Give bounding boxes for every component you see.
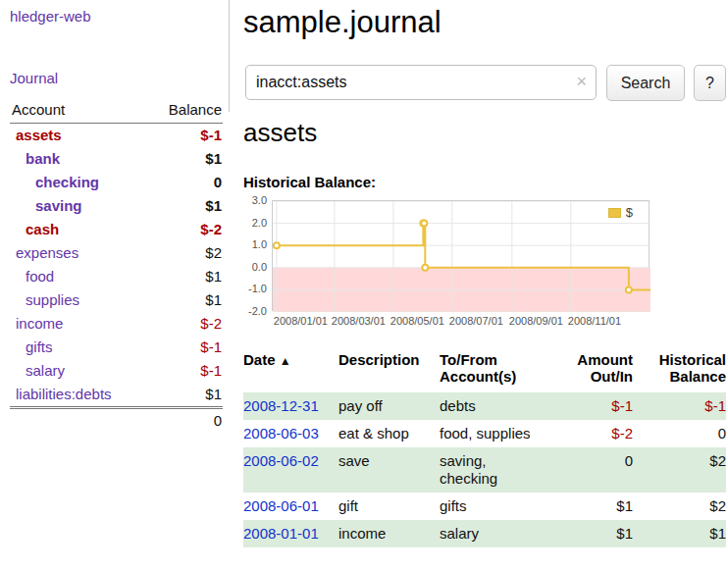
x-axis-tick-label: 2008/07/01: [449, 315, 503, 327]
sidebar-item-journal[interactable]: Journal: [10, 70, 58, 86]
accounts-total-row: 0: [10, 408, 223, 434]
account-row: liabilities:debts$1: [10, 383, 223, 408]
main-content: sample.journal × Search ? assets Histori…: [243, 0, 726, 571]
register-accounts-cell: debts: [440, 392, 555, 420]
app-title-link[interactable]: hledger-web: [10, 8, 91, 25]
account-name-cell: income: [10, 312, 147, 336]
x-axis-tick-label: 2008/05/01: [390, 315, 444, 327]
accounts-total-spacer: [10, 408, 147, 434]
search-button[interactable]: Search: [606, 65, 685, 101]
account-link-income[interactable]: income: [16, 315, 63, 332]
account-balance: $-1: [147, 124, 223, 148]
account-name-cell: checking: [10, 171, 147, 194]
chart-title: Historical Balance:: [243, 174, 376, 190]
register-description-cell: eat & shop: [338, 420, 440, 447]
y-axis-tick-label: 1.0: [241, 238, 267, 250]
register-date-cell: 2008-01-01: [243, 520, 338, 547]
register-date-cell: 2008-12-31: [243, 392, 338, 420]
search-box: ×: [245, 65, 597, 100]
legend-label: $: [626, 205, 633, 220]
transaction-date-link[interactable]: 2008-06-02: [243, 452, 319, 469]
register-amount-cell: $1: [555, 493, 633, 520]
account-row: gifts$-1: [10, 336, 223, 359]
account-row: income$-2: [10, 312, 223, 336]
accounts-table: Account Balance assets$-1bank$1checking0…: [10, 98, 223, 433]
register-description-cell: income: [338, 520, 440, 547]
account-name-cell: assets: [10, 124, 147, 148]
register-description-cell: pay off: [338, 392, 440, 420]
y-axis-tick-label: 0.0: [241, 261, 267, 273]
transaction-date-link[interactable]: 2008-06-01: [243, 497, 319, 514]
transaction-date-link[interactable]: 2008-06-03: [243, 425, 319, 441]
account-name-cell: gifts: [10, 336, 147, 359]
register-accounts-cell: gifts: [440, 493, 555, 520]
search-input[interactable]: [245, 65, 597, 100]
chart-x-axis-labels: 2008/01/012008/03/012008/05/012008/07/01…: [272, 315, 650, 329]
account-balance: $1: [147, 383, 223, 408]
balance-chart: 3.02.01.00.0-1.0-2.0 $ 2008/01/012008/03…: [243, 199, 655, 331]
account-link-bank[interactable]: bank: [26, 150, 60, 167]
register-table: Date ▲ Description To/From Account(s) Am…: [243, 349, 726, 547]
account-balance: $2: [147, 241, 223, 265]
register-amount-cell: $-2: [555, 420, 633, 447]
register-row: 2008-06-03eat & shopfood, supplies$-20: [243, 420, 726, 447]
account-balance: $1: [147, 147, 223, 171]
register-amount-cell: $-1: [555, 392, 633, 420]
account-name-cell: cash: [10, 218, 147, 241]
balance-chart-plot[interactable]: $: [272, 200, 650, 311]
clear-search-icon[interactable]: ×: [576, 72, 587, 91]
x-axis-tick-label: 2008/09/01: [509, 315, 563, 327]
account-link-gifts[interactable]: gifts: [26, 338, 53, 355]
account-link-salary[interactable]: salary: [26, 362, 65, 379]
help-button[interactable]: ?: [694, 65, 726, 101]
account-link-cash[interactable]: cash: [26, 221, 59, 237]
account-link-food[interactable]: food: [26, 268, 54, 285]
register-row: 2008-06-02savesaving, checking0$2: [243, 447, 726, 493]
register-header-balance: Historical Balance: [633, 349, 726, 392]
date-header-label: Date: [243, 351, 276, 368]
account-link-assets[interactable]: assets: [16, 127, 62, 143]
account-balance: 0: [147, 171, 223, 194]
register-balance-cell: 0: [633, 420, 726, 447]
y-axis-tick-label: -1.0: [241, 283, 267, 294]
x-axis-tick-label: 2008/11/01: [568, 315, 621, 327]
account-balance: $1: [147, 194, 223, 218]
register-row: 2008-01-01incomesalary$1$1: [243, 520, 726, 547]
search-bar: × Search ?: [243, 65, 726, 102]
account-link-checking[interactable]: checking: [35, 174, 99, 190]
register-description-cell: save: [338, 447, 440, 493]
register-header-date[interactable]: Date ▲: [243, 349, 338, 392]
account-link-expenses[interactable]: expenses: [16, 244, 78, 261]
register-balance-cell: $2: [633, 447, 726, 493]
y-axis-tick-label: -2.0: [241, 305, 267, 317]
register-date-cell: 2008-06-02: [243, 447, 338, 493]
legend-swatch-icon: [608, 208, 621, 218]
register-balance-cell: $-1: [633, 392, 726, 420]
account-row: bank$1: [10, 147, 223, 171]
transaction-date-link[interactable]: 2008-12-31: [243, 397, 319, 414]
account-name-cell: supplies: [10, 288, 147, 312]
register-date-cell: 2008-06-03: [243, 420, 338, 447]
account-row: assets$-1: [10, 124, 223, 148]
register-header-accounts: To/From Account(s): [440, 349, 555, 392]
register-row: 2008-06-01giftgifts$1$2: [243, 493, 726, 520]
account-balance: $-1: [147, 359, 223, 383]
transaction-date-link[interactable]: 2008-01-01: [243, 525, 319, 542]
register-amount-cell: $1: [555, 520, 633, 547]
account-heading: assets: [243, 118, 317, 148]
account-row: salary$-1: [10, 359, 223, 383]
account-name-cell: liabilities:debts: [10, 383, 147, 408]
account-link-liabilities-debts[interactable]: liabilities:debts: [16, 386, 112, 402]
chart-y-axis-labels: 3.02.01.00.0-1.0-2.0: [243, 200, 269, 311]
register-accounts-cell: salary: [440, 520, 555, 547]
register-amount-cell: 0: [555, 447, 633, 493]
account-balance: $-1: [147, 336, 223, 359]
account-link-supplies[interactable]: supplies: [26, 291, 79, 308]
register-header-amount: Amount Out/In: [555, 349, 633, 392]
account-link-saving[interactable]: saving: [35, 197, 82, 214]
balance-chart-svg: [273, 201, 650, 312]
account-balance: $1: [147, 288, 223, 312]
account-name-cell: food: [10, 265, 147, 288]
x-axis-tick-label: 2008/01/01: [274, 315, 328, 327]
account-row: cash$-2: [10, 218, 223, 241]
